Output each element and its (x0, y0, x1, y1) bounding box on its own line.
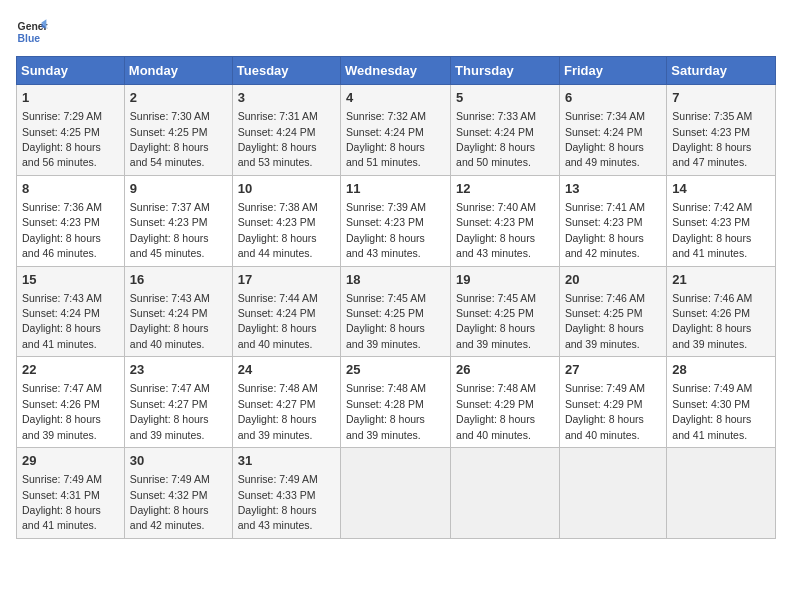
header-cell-saturday: Saturday (667, 57, 776, 85)
header-row: SundayMondayTuesdayWednesdayThursdayFrid… (17, 57, 776, 85)
day-number: 17 (238, 271, 335, 289)
day-cell: 1 Sunrise: 7:29 AMSunset: 4:25 PMDayligh… (17, 85, 125, 176)
day-cell: 31 Sunrise: 7:49 AMSunset: 4:33 PMDaylig… (232, 448, 340, 539)
week-row-1: 1 Sunrise: 7:29 AMSunset: 4:25 PMDayligh… (17, 85, 776, 176)
day-cell: 4 Sunrise: 7:32 AMSunset: 4:24 PMDayligh… (341, 85, 451, 176)
calendar-header: SundayMondayTuesdayWednesdayThursdayFrid… (17, 57, 776, 85)
header-cell-sunday: Sunday (17, 57, 125, 85)
logo-icon: General Blue (16, 16, 48, 48)
day-number: 11 (346, 180, 445, 198)
day-cell: 18 Sunrise: 7:45 AMSunset: 4:25 PMDaylig… (341, 266, 451, 357)
day-number: 9 (130, 180, 227, 198)
day-number: 21 (672, 271, 770, 289)
day-cell: 14 Sunrise: 7:42 AMSunset: 4:23 PMDaylig… (667, 175, 776, 266)
day-detail: Sunrise: 7:49 AMSunset: 4:31 PMDaylight:… (22, 473, 102, 531)
day-cell: 29 Sunrise: 7:49 AMSunset: 4:31 PMDaylig… (17, 448, 125, 539)
header-cell-tuesday: Tuesday (232, 57, 340, 85)
day-number: 14 (672, 180, 770, 198)
day-detail: Sunrise: 7:29 AMSunset: 4:25 PMDaylight:… (22, 110, 102, 168)
day-cell (559, 448, 666, 539)
day-number: 20 (565, 271, 661, 289)
day-detail: Sunrise: 7:40 AMSunset: 4:23 PMDaylight:… (456, 201, 536, 259)
day-number: 25 (346, 361, 445, 379)
day-detail: Sunrise: 7:41 AMSunset: 4:23 PMDaylight:… (565, 201, 645, 259)
day-cell: 15 Sunrise: 7:43 AMSunset: 4:24 PMDaylig… (17, 266, 125, 357)
day-cell (341, 448, 451, 539)
day-detail: Sunrise: 7:48 AMSunset: 4:28 PMDaylight:… (346, 382, 426, 440)
day-cell: 26 Sunrise: 7:48 AMSunset: 4:29 PMDaylig… (451, 357, 560, 448)
svg-text:Blue: Blue (18, 33, 41, 44)
day-detail: Sunrise: 7:31 AMSunset: 4:24 PMDaylight:… (238, 110, 318, 168)
day-number: 12 (456, 180, 554, 198)
header-cell-monday: Monday (124, 57, 232, 85)
day-cell: 16 Sunrise: 7:43 AMSunset: 4:24 PMDaylig… (124, 266, 232, 357)
day-cell: 6 Sunrise: 7:34 AMSunset: 4:24 PMDayligh… (559, 85, 666, 176)
day-cell: 8 Sunrise: 7:36 AMSunset: 4:23 PMDayligh… (17, 175, 125, 266)
day-detail: Sunrise: 7:39 AMSunset: 4:23 PMDaylight:… (346, 201, 426, 259)
day-detail: Sunrise: 7:36 AMSunset: 4:23 PMDaylight:… (22, 201, 102, 259)
day-cell: 28 Sunrise: 7:49 AMSunset: 4:30 PMDaylig… (667, 357, 776, 448)
day-number: 1 (22, 89, 119, 107)
day-detail: Sunrise: 7:48 AMSunset: 4:27 PMDaylight:… (238, 382, 318, 440)
day-cell: 17 Sunrise: 7:44 AMSunset: 4:24 PMDaylig… (232, 266, 340, 357)
day-cell: 19 Sunrise: 7:45 AMSunset: 4:25 PMDaylig… (451, 266, 560, 357)
day-number: 29 (22, 452, 119, 470)
day-number: 8 (22, 180, 119, 198)
day-number: 30 (130, 452, 227, 470)
day-detail: Sunrise: 7:49 AMSunset: 4:32 PMDaylight:… (130, 473, 210, 531)
day-cell: 30 Sunrise: 7:49 AMSunset: 4:32 PMDaylig… (124, 448, 232, 539)
day-cell: 13 Sunrise: 7:41 AMSunset: 4:23 PMDaylig… (559, 175, 666, 266)
day-cell: 22 Sunrise: 7:47 AMSunset: 4:26 PMDaylig… (17, 357, 125, 448)
day-cell: 5 Sunrise: 7:33 AMSunset: 4:24 PMDayligh… (451, 85, 560, 176)
day-cell (451, 448, 560, 539)
day-detail: Sunrise: 7:46 AMSunset: 4:26 PMDaylight:… (672, 292, 752, 350)
day-detail: Sunrise: 7:43 AMSunset: 4:24 PMDaylight:… (22, 292, 102, 350)
day-number: 7 (672, 89, 770, 107)
day-detail: Sunrise: 7:44 AMSunset: 4:24 PMDaylight:… (238, 292, 318, 350)
day-detail: Sunrise: 7:33 AMSunset: 4:24 PMDaylight:… (456, 110, 536, 168)
day-cell: 21 Sunrise: 7:46 AMSunset: 4:26 PMDaylig… (667, 266, 776, 357)
calendar-body: 1 Sunrise: 7:29 AMSunset: 4:25 PMDayligh… (17, 85, 776, 539)
day-detail: Sunrise: 7:49 AMSunset: 4:33 PMDaylight:… (238, 473, 318, 531)
day-cell: 11 Sunrise: 7:39 AMSunset: 4:23 PMDaylig… (341, 175, 451, 266)
day-detail: Sunrise: 7:49 AMSunset: 4:29 PMDaylight:… (565, 382, 645, 440)
day-cell: 10 Sunrise: 7:38 AMSunset: 4:23 PMDaylig… (232, 175, 340, 266)
day-cell: 3 Sunrise: 7:31 AMSunset: 4:24 PMDayligh… (232, 85, 340, 176)
logo: General Blue (16, 16, 48, 48)
day-detail: Sunrise: 7:32 AMSunset: 4:24 PMDaylight:… (346, 110, 426, 168)
day-detail: Sunrise: 7:47 AMSunset: 4:26 PMDaylight:… (22, 382, 102, 440)
day-detail: Sunrise: 7:37 AMSunset: 4:23 PMDaylight:… (130, 201, 210, 259)
header: General Blue (16, 16, 776, 48)
day-number: 4 (346, 89, 445, 107)
day-number: 26 (456, 361, 554, 379)
header-cell-friday: Friday (559, 57, 666, 85)
day-number: 18 (346, 271, 445, 289)
day-detail: Sunrise: 7:34 AMSunset: 4:24 PMDaylight:… (565, 110, 645, 168)
day-detail: Sunrise: 7:35 AMSunset: 4:23 PMDaylight:… (672, 110, 752, 168)
day-number: 13 (565, 180, 661, 198)
day-cell: 20 Sunrise: 7:46 AMSunset: 4:25 PMDaylig… (559, 266, 666, 357)
day-detail: Sunrise: 7:30 AMSunset: 4:25 PMDaylight:… (130, 110, 210, 168)
day-detail: Sunrise: 7:46 AMSunset: 4:25 PMDaylight:… (565, 292, 645, 350)
day-number: 23 (130, 361, 227, 379)
day-detail: Sunrise: 7:45 AMSunset: 4:25 PMDaylight:… (346, 292, 426, 350)
day-cell: 27 Sunrise: 7:49 AMSunset: 4:29 PMDaylig… (559, 357, 666, 448)
week-row-3: 15 Sunrise: 7:43 AMSunset: 4:24 PMDaylig… (17, 266, 776, 357)
calendar-table: SundayMondayTuesdayWednesdayThursdayFrid… (16, 56, 776, 539)
day-number: 31 (238, 452, 335, 470)
day-detail: Sunrise: 7:43 AMSunset: 4:24 PMDaylight:… (130, 292, 210, 350)
day-detail: Sunrise: 7:42 AMSunset: 4:23 PMDaylight:… (672, 201, 752, 259)
day-cell (667, 448, 776, 539)
day-number: 2 (130, 89, 227, 107)
day-detail: Sunrise: 7:47 AMSunset: 4:27 PMDaylight:… (130, 382, 210, 440)
header-cell-thursday: Thursday (451, 57, 560, 85)
week-row-5: 29 Sunrise: 7:49 AMSunset: 4:31 PMDaylig… (17, 448, 776, 539)
week-row-2: 8 Sunrise: 7:36 AMSunset: 4:23 PMDayligh… (17, 175, 776, 266)
day-number: 27 (565, 361, 661, 379)
day-cell: 2 Sunrise: 7:30 AMSunset: 4:25 PMDayligh… (124, 85, 232, 176)
day-detail: Sunrise: 7:45 AMSunset: 4:25 PMDaylight:… (456, 292, 536, 350)
day-cell: 25 Sunrise: 7:48 AMSunset: 4:28 PMDaylig… (341, 357, 451, 448)
day-detail: Sunrise: 7:49 AMSunset: 4:30 PMDaylight:… (672, 382, 752, 440)
day-detail: Sunrise: 7:38 AMSunset: 4:23 PMDaylight:… (238, 201, 318, 259)
day-cell: 7 Sunrise: 7:35 AMSunset: 4:23 PMDayligh… (667, 85, 776, 176)
